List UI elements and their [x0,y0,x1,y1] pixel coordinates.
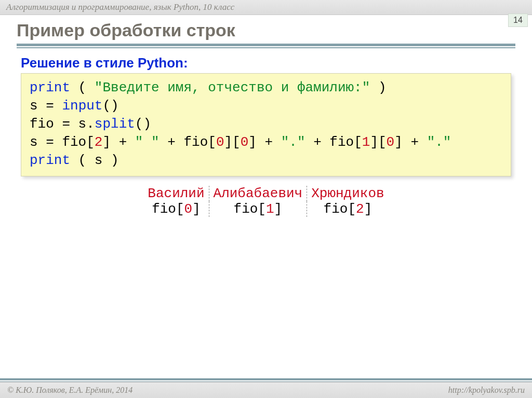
kw-print: print [30,153,70,168]
kw-print: print [30,80,70,95]
title-underline [17,44,515,49]
content: Решение в стиле Python: print ( "Введите… [0,53,532,217]
footer-bar: © К.Ю. Поляков, Е.А. Ерёмин, 2014 http:/… [0,382,532,398]
course-title: Алгоритмизация и программирование, язык … [6,2,234,12]
example-name: Хрюндиков [307,186,389,201]
example-index: fio[0] [143,201,209,217]
example-name: Василий [143,186,209,201]
footer-rule [0,378,532,380]
slide-number: 14 [508,13,528,27]
title-area: Пример обработки строк [0,20,532,53]
footer-url: http://kpolyakov.spb.ru [448,386,525,395]
kw-input: input [62,98,102,114]
example-name: Алибабаевич [209,186,307,201]
copyright: © К.Ю. Поляков, Е.А. Ерёмин, 2014 [7,386,132,395]
string-literal: "Введите имя, отчество и фамилию:" [95,80,370,95]
code-block: print ( "Введите имя, отчество и фамилию… [21,73,511,176]
subtitle: Решение в стиле Python: [21,55,511,71]
example-index: fio[1] [209,201,307,217]
page-title: Пример обработки строк [17,20,515,40]
header-bar: Алгоритмизация и программирование, язык … [0,0,532,15]
kw-split: split [95,116,135,132]
example-table: Василий Алибабаевич Хрюндиков fio[0] fio… [143,186,388,217]
example-block: Василий Алибабаевич Хрюндиков fio[0] fio… [21,186,511,217]
example-index: fio[2] [307,201,389,217]
